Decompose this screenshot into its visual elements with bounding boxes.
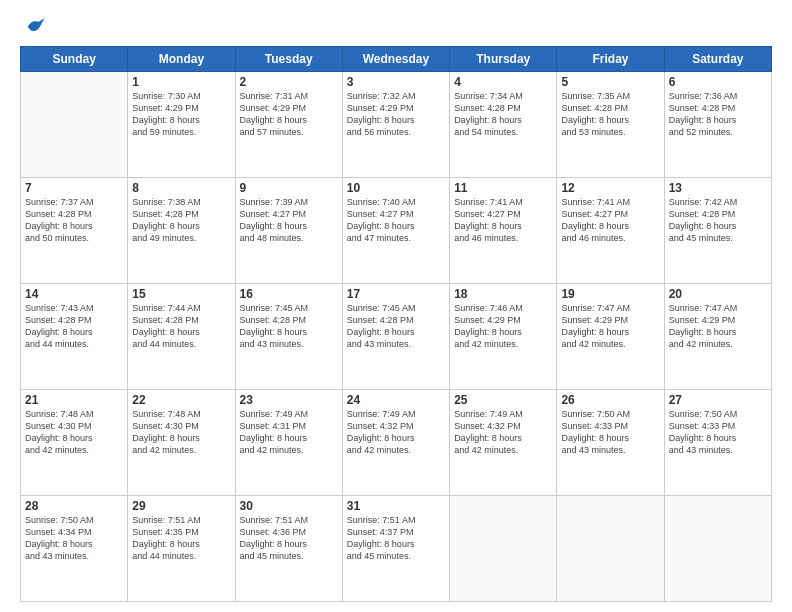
- calendar-cell: 26Sunrise: 7:50 AM Sunset: 4:33 PM Dayli…: [557, 390, 664, 496]
- day-header-sunday: Sunday: [21, 47, 128, 72]
- day-header-thursday: Thursday: [450, 47, 557, 72]
- calendar-cell: 21Sunrise: 7:48 AM Sunset: 4:30 PM Dayli…: [21, 390, 128, 496]
- calendar-cell: 5Sunrise: 7:35 AM Sunset: 4:28 PM Daylig…: [557, 72, 664, 178]
- day-number: 6: [669, 75, 767, 89]
- day-number: 10: [347, 181, 445, 195]
- calendar-cell: 9Sunrise: 7:39 AM Sunset: 4:27 PM Daylig…: [235, 178, 342, 284]
- cell-info: Sunrise: 7:36 AM Sunset: 4:28 PM Dayligh…: [669, 90, 767, 139]
- day-number: 26: [561, 393, 659, 407]
- day-number: 22: [132, 393, 230, 407]
- calendar-cell: 15Sunrise: 7:44 AM Sunset: 4:28 PM Dayli…: [128, 284, 235, 390]
- calendar-cell: 30Sunrise: 7:51 AM Sunset: 4:36 PM Dayli…: [235, 496, 342, 602]
- day-header-monday: Monday: [128, 47, 235, 72]
- cell-info: Sunrise: 7:47 AM Sunset: 4:29 PM Dayligh…: [669, 302, 767, 351]
- header: [20, 18, 772, 38]
- calendar-week-1: 1Sunrise: 7:30 AM Sunset: 4:29 PM Daylig…: [21, 72, 772, 178]
- day-header-friday: Friday: [557, 47, 664, 72]
- day-number: 29: [132, 499, 230, 513]
- calendar-cell: 10Sunrise: 7:40 AM Sunset: 4:27 PM Dayli…: [342, 178, 449, 284]
- cell-info: Sunrise: 7:44 AM Sunset: 4:28 PM Dayligh…: [132, 302, 230, 351]
- calendar-cell: 11Sunrise: 7:41 AM Sunset: 4:27 PM Dayli…: [450, 178, 557, 284]
- cell-info: Sunrise: 7:50 AM Sunset: 4:33 PM Dayligh…: [669, 408, 767, 457]
- day-number: 20: [669, 287, 767, 301]
- cell-info: Sunrise: 7:39 AM Sunset: 4:27 PM Dayligh…: [240, 196, 338, 245]
- calendar-cell: [450, 496, 557, 602]
- calendar-cell: 20Sunrise: 7:47 AM Sunset: 4:29 PM Dayli…: [664, 284, 771, 390]
- calendar-cell: 19Sunrise: 7:47 AM Sunset: 4:29 PM Dayli…: [557, 284, 664, 390]
- cell-info: Sunrise: 7:47 AM Sunset: 4:29 PM Dayligh…: [561, 302, 659, 351]
- day-number: 3: [347, 75, 445, 89]
- calendar-cell: 29Sunrise: 7:51 AM Sunset: 4:35 PM Dayli…: [128, 496, 235, 602]
- day-number: 23: [240, 393, 338, 407]
- cell-info: Sunrise: 7:49 AM Sunset: 4:31 PM Dayligh…: [240, 408, 338, 457]
- day-number: 16: [240, 287, 338, 301]
- cell-info: Sunrise: 7:31 AM Sunset: 4:29 PM Dayligh…: [240, 90, 338, 139]
- day-number: 18: [454, 287, 552, 301]
- cell-info: Sunrise: 7:48 AM Sunset: 4:30 PM Dayligh…: [25, 408, 123, 457]
- cell-info: Sunrise: 7:34 AM Sunset: 4:28 PM Dayligh…: [454, 90, 552, 139]
- day-number: 27: [669, 393, 767, 407]
- day-number: 24: [347, 393, 445, 407]
- cell-info: Sunrise: 7:35 AM Sunset: 4:28 PM Dayligh…: [561, 90, 659, 139]
- calendar-cell: 7Sunrise: 7:37 AM Sunset: 4:28 PM Daylig…: [21, 178, 128, 284]
- day-number: 14: [25, 287, 123, 301]
- calendar-cell: 8Sunrise: 7:38 AM Sunset: 4:28 PM Daylig…: [128, 178, 235, 284]
- day-number: 5: [561, 75, 659, 89]
- cell-info: Sunrise: 7:50 AM Sunset: 4:33 PM Dayligh…: [561, 408, 659, 457]
- calendar-cell: 31Sunrise: 7:51 AM Sunset: 4:37 PM Dayli…: [342, 496, 449, 602]
- calendar-cell: 23Sunrise: 7:49 AM Sunset: 4:31 PM Dayli…: [235, 390, 342, 496]
- day-number: 17: [347, 287, 445, 301]
- calendar-cell: 14Sunrise: 7:43 AM Sunset: 4:28 PM Dayli…: [21, 284, 128, 390]
- calendar-cell: 18Sunrise: 7:46 AM Sunset: 4:29 PM Dayli…: [450, 284, 557, 390]
- cell-info: Sunrise: 7:42 AM Sunset: 4:28 PM Dayligh…: [669, 196, 767, 245]
- calendar-week-5: 28Sunrise: 7:50 AM Sunset: 4:34 PM Dayli…: [21, 496, 772, 602]
- calendar-cell: 28Sunrise: 7:50 AM Sunset: 4:34 PM Dayli…: [21, 496, 128, 602]
- calendar-table: SundayMondayTuesdayWednesdayThursdayFrid…: [20, 46, 772, 602]
- day-headers-row: SundayMondayTuesdayWednesdayThursdayFrid…: [21, 47, 772, 72]
- day-number: 30: [240, 499, 338, 513]
- day-number: 8: [132, 181, 230, 195]
- calendar-cell: 17Sunrise: 7:45 AM Sunset: 4:28 PM Dayli…: [342, 284, 449, 390]
- day-number: 12: [561, 181, 659, 195]
- calendar-week-3: 14Sunrise: 7:43 AM Sunset: 4:28 PM Dayli…: [21, 284, 772, 390]
- day-header-saturday: Saturday: [664, 47, 771, 72]
- day-number: 4: [454, 75, 552, 89]
- cell-info: Sunrise: 7:37 AM Sunset: 4:28 PM Dayligh…: [25, 196, 123, 245]
- calendar-cell: 3Sunrise: 7:32 AM Sunset: 4:29 PM Daylig…: [342, 72, 449, 178]
- day-number: 1: [132, 75, 230, 89]
- cell-info: Sunrise: 7:49 AM Sunset: 4:32 PM Dayligh…: [347, 408, 445, 457]
- calendar-cell: 22Sunrise: 7:48 AM Sunset: 4:30 PM Dayli…: [128, 390, 235, 496]
- cell-info: Sunrise: 7:41 AM Sunset: 4:27 PM Dayligh…: [454, 196, 552, 245]
- day-number: 25: [454, 393, 552, 407]
- calendar-week-2: 7Sunrise: 7:37 AM Sunset: 4:28 PM Daylig…: [21, 178, 772, 284]
- calendar-body: 1Sunrise: 7:30 AM Sunset: 4:29 PM Daylig…: [21, 72, 772, 602]
- calendar-cell: 1Sunrise: 7:30 AM Sunset: 4:29 PM Daylig…: [128, 72, 235, 178]
- cell-info: Sunrise: 7:51 AM Sunset: 4:35 PM Dayligh…: [132, 514, 230, 563]
- calendar-cell: 27Sunrise: 7:50 AM Sunset: 4:33 PM Dayli…: [664, 390, 771, 496]
- logo-icon: [24, 16, 46, 38]
- day-header-wednesday: Wednesday: [342, 47, 449, 72]
- day-number: 2: [240, 75, 338, 89]
- calendar-cell: 16Sunrise: 7:45 AM Sunset: 4:28 PM Dayli…: [235, 284, 342, 390]
- page: SundayMondayTuesdayWednesdayThursdayFrid…: [0, 0, 792, 612]
- calendar-cell: 4Sunrise: 7:34 AM Sunset: 4:28 PM Daylig…: [450, 72, 557, 178]
- cell-info: Sunrise: 7:38 AM Sunset: 4:28 PM Dayligh…: [132, 196, 230, 245]
- cell-info: Sunrise: 7:30 AM Sunset: 4:29 PM Dayligh…: [132, 90, 230, 139]
- logo: [20, 18, 46, 38]
- day-number: 11: [454, 181, 552, 195]
- day-number: 9: [240, 181, 338, 195]
- calendar-cell: 24Sunrise: 7:49 AM Sunset: 4:32 PM Dayli…: [342, 390, 449, 496]
- day-number: 13: [669, 181, 767, 195]
- cell-info: Sunrise: 7:32 AM Sunset: 4:29 PM Dayligh…: [347, 90, 445, 139]
- calendar-cell: 13Sunrise: 7:42 AM Sunset: 4:28 PM Dayli…: [664, 178, 771, 284]
- cell-info: Sunrise: 7:49 AM Sunset: 4:32 PM Dayligh…: [454, 408, 552, 457]
- calendar-cell: 6Sunrise: 7:36 AM Sunset: 4:28 PM Daylig…: [664, 72, 771, 178]
- day-number: 7: [25, 181, 123, 195]
- day-number: 21: [25, 393, 123, 407]
- day-header-tuesday: Tuesday: [235, 47, 342, 72]
- day-number: 31: [347, 499, 445, 513]
- cell-info: Sunrise: 7:51 AM Sunset: 4:37 PM Dayligh…: [347, 514, 445, 563]
- calendar-cell: [664, 496, 771, 602]
- day-number: 19: [561, 287, 659, 301]
- cell-info: Sunrise: 7:50 AM Sunset: 4:34 PM Dayligh…: [25, 514, 123, 563]
